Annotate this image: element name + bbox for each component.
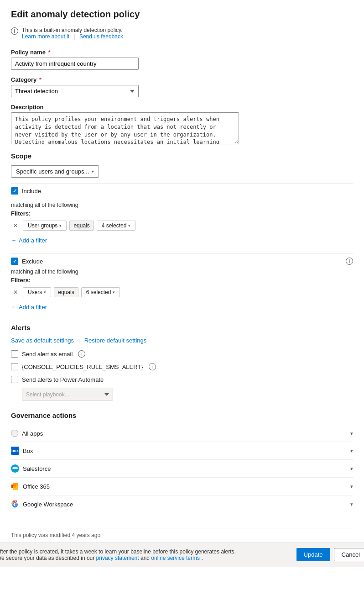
page-title: Edit anomaly detection policy [11, 9, 353, 20]
exclude-checkbox[interactable]: ✓ [11, 258, 18, 265]
info-icon: i [11, 27, 18, 35]
update-button[interactable]: Update [296, 548, 330, 561]
svg-rect-2 [13, 486, 18, 490]
alerts-section: Alerts Save as default settings | Restor… [11, 324, 353, 400]
box-chevron: ▾ [350, 448, 353, 454]
exclude-filters-label: Filters: [11, 277, 353, 284]
include-filter-operator: equals [69, 221, 94, 231]
send-feedback-link[interactable]: Send us feedback [79, 33, 123, 40]
include-filter-remove[interactable]: ✕ [11, 221, 20, 230]
svg-rect-1 [13, 483, 18, 486]
learn-more-link[interactable]: Learn more about it [22, 33, 69, 40]
cancel-button[interactable]: Cancel [334, 548, 364, 561]
footer-section: This policy was modified 4 years ago [11, 528, 353, 538]
box-label: Box [23, 448, 33, 454]
description-textarea[interactable]: This policy profiles your environment an… [11, 112, 239, 144]
description-field: Description This policy profiles your en… [11, 104, 353, 146]
scope-dropdown[interactable]: Specific users and groups... ▾ [11, 165, 99, 178]
include-field-chevron: ▾ [59, 223, 62, 228]
policy-name-field: Policy name * [11, 49, 353, 70]
policy-name-label: Policy name * [11, 49, 353, 56]
sms-alert-checkbox[interactable] [11, 363, 18, 370]
save-default-link[interactable]: Save as default settings [11, 337, 74, 344]
governance-section: Governance actions All apps ▾ box Box ▾ [11, 411, 353, 513]
scope-dropdown-chevron: ▾ [92, 169, 94, 174]
exclude-filter-row: ✕ Users ▾ equals 6 selected ▾ [11, 287, 353, 297]
exclude-filter-operator: equals [54, 287, 78, 297]
footer-bar: After the policy is created, it takes a … [0, 542, 364, 567]
exclude-info-icon[interactable]: i [346, 258, 353, 265]
footer-note: After the policy is created, it takes a … [0, 548, 236, 561]
include-row: ✓ Include [11, 183, 353, 198]
restore-default-link[interactable]: Restore default settings [84, 337, 147, 344]
category-label: Category * [11, 76, 353, 83]
description-label: Description [11, 104, 353, 111]
box-icon: box [11, 447, 19, 455]
alerts-links: Save as default settings | Restore defau… [11, 337, 353, 344]
include-checkbox[interactable]: ✓ [11, 187, 18, 195]
send-email-label: Send alert as email [22, 351, 73, 358]
include-filter-field[interactable]: User groups ▾ [23, 221, 67, 231]
add-exclude-filter-button[interactable]: ＋ Add a filter [11, 301, 47, 313]
category-select[interactable]: Threat detection [11, 85, 139, 97]
include-filter-row: ✕ User groups ▾ equals 4 selected ▾ [11, 221, 353, 231]
include-matching-label: matching all of the following [11, 202, 353, 208]
governance-item-all-apps[interactable]: All apps ▾ [11, 425, 353, 442]
send-email-checkbox[interactable] [11, 350, 18, 358]
exclude-section: ✓ Exclude i [11, 253, 353, 265]
playbook-select[interactable]: Select playbook... [22, 389, 113, 400]
add-include-filter-plus: ＋ [11, 236, 17, 244]
exclude-filter-remove[interactable]: ✕ [11, 288, 20, 297]
alerts-title: Alerts [11, 324, 353, 332]
sms-alert-info-icon[interactable]: i [149, 363, 156, 370]
salesforce-label: Salesforce [23, 465, 51, 472]
governance-title: Governance actions [11, 411, 353, 419]
salesforce-icon [11, 464, 19, 473]
office365-label: Office 365 [23, 483, 50, 490]
sms-alert-label: {CONSOLE_POLICIES_RULE_SMS_ALERT} [22, 363, 143, 370]
google-workspace-chevron: ▾ [350, 501, 353, 507]
footer-actions: Update Cancel [296, 548, 364, 561]
add-exclude-filter-plus: ＋ [11, 303, 17, 311]
include-filter-value[interactable]: 4 selected ▾ [97, 221, 136, 231]
exclude-value-chevron: ▾ [113, 290, 115, 295]
send-email-info-icon[interactable]: i [78, 350, 85, 358]
include-filters-label: Filters: [11, 210, 353, 217]
governance-item-salesforce[interactable]: Salesforce ▾ [11, 459, 353, 477]
send-email-row: Send alert as email i [11, 350, 353, 358]
google-workspace-label: Google Workspace [23, 501, 73, 508]
governance-item-google-workspace[interactable]: Google Workspace ▾ [11, 495, 353, 513]
sms-alert-row: {CONSOLE_POLICIES_RULE_SMS_ALERT} i [11, 363, 353, 370]
all-apps-chevron: ▾ [350, 431, 353, 437]
add-include-filter-button[interactable]: ＋ Add a filter [11, 234, 47, 246]
exclude-field-chevron: ▾ [44, 290, 46, 295]
office365-chevron: ▾ [350, 484, 353, 490]
exclude-label: Exclude [22, 258, 342, 265]
exclude-filter-value[interactable]: 6 selected ▾ [81, 287, 120, 297]
include-value-chevron: ▾ [128, 223, 130, 228]
all-apps-icon [11, 430, 18, 437]
category-field: Category * Threat detection [11, 76, 353, 97]
policy-name-input[interactable] [11, 58, 139, 70]
salesforce-chevron: ▾ [350, 466, 353, 472]
scope-title: Scope [11, 152, 353, 160]
power-automate-row: Send alerts to Power Automate [11, 376, 353, 383]
info-banner-text: This is a built-in anomaly detection pol… [22, 27, 123, 33]
include-label: Include [22, 188, 41, 195]
exclude-matching-label: matching all of the following [11, 269, 353, 275]
info-banner: i This is a built-in anomaly detection p… [11, 27, 353, 40]
governance-item-box[interactable]: box Box ▾ [11, 442, 353, 459]
online-service-terms-link[interactable]: online service terms [151, 555, 200, 561]
scope-section: Scope Specific users and groups... ▾ ✓ I… [11, 152, 353, 313]
modified-text: This policy was modified 4 years ago [11, 532, 353, 538]
power-automate-label: Send alerts to Power Automate [22, 376, 104, 383]
power-automate-checkbox[interactable] [11, 376, 18, 383]
office365-icon [11, 482, 19, 490]
google-workspace-icon [11, 500, 19, 508]
all-apps-label: All apps [22, 430, 43, 437]
privacy-statement-link[interactable]: privacy statement [96, 555, 139, 561]
exclude-filter-field[interactable]: Users ▾ [23, 287, 51, 297]
governance-item-office365[interactable]: Office 365 ▾ [11, 477, 353, 495]
